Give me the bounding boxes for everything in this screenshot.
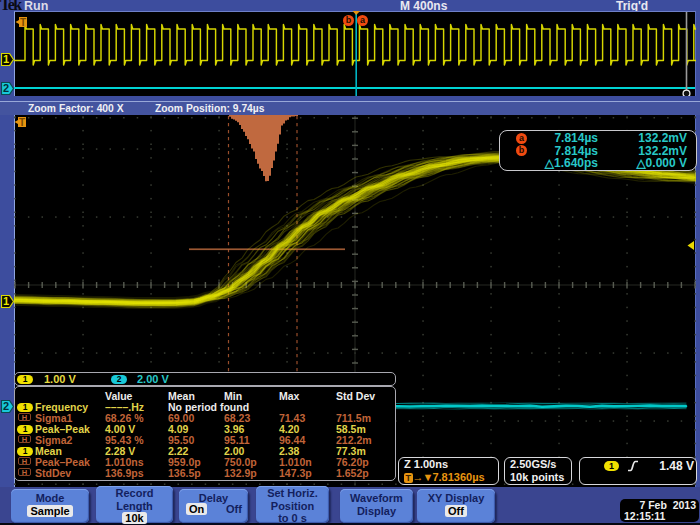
svg-text:T: T: [19, 117, 25, 128]
svg-text:1: 1: [3, 295, 9, 307]
svg-text:T: T: [20, 17, 26, 28]
svg-text:2: 2: [3, 82, 9, 94]
svg-text:2: 2: [3, 400, 9, 412]
svg-text:1: 1: [3, 53, 9, 65]
